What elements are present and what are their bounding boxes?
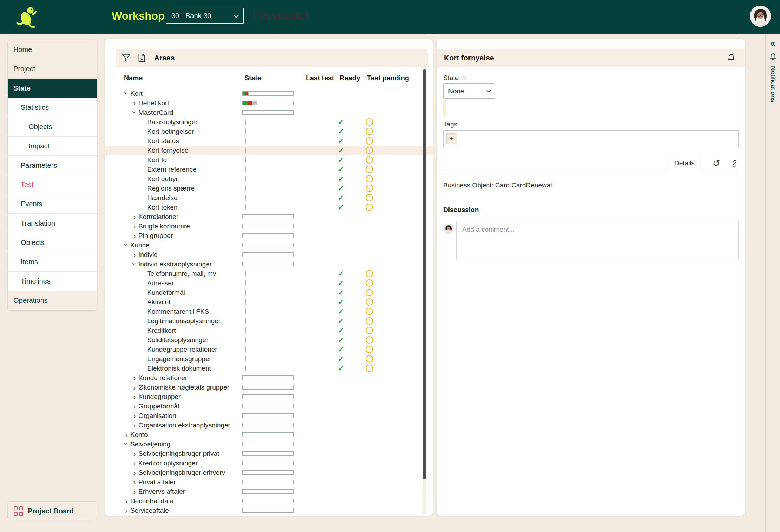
area-row-pin-grupper[interactable]: ›Pin grupper	[105, 231, 433, 240]
area-row-aktivitet[interactable]: Aktivitet✓!	[105, 297, 433, 307]
area-row-kundegruppe-relationer[interactable]: Kundegruppe-relationer✓!	[105, 345, 433, 354]
filter-icon[interactable]	[121, 53, 131, 63]
area-row-privat-aftaler[interactable]: ›Privat aftaler	[105, 477, 433, 487]
sidebar-item-events[interactable]: Events	[8, 194, 97, 214]
area-row-kort-token[interactable]: Kort token✓!	[105, 202, 433, 212]
area-row-mastercard[interactable]: ›MasterCard	[105, 108, 433, 117]
chevron-open-icon[interactable]: ›	[123, 89, 130, 97]
chevron-open-icon[interactable]: ›	[123, 440, 130, 448]
area-row-kortrelationer[interactable]: ›Kortrelationer	[105, 212, 433, 221]
chevron-closed-icon[interactable]: ›	[131, 232, 138, 239]
area-row-kunde-relationer[interactable]: ›Kunde relationer	[105, 373, 433, 383]
area-row-serviceaftale[interactable]: ›Serviceaftale	[105, 506, 433, 515]
area-row-organisation-ekstraoplysninger[interactable]: ›Organisation ekstraoplysninger	[105, 420, 433, 430]
sidebar-item-items[interactable]: Items	[8, 252, 97, 272]
area-row-brugte-kortnumre[interactable]: ›Brugte kortnumre	[105, 221, 433, 231]
area-row-legitimationsoplysninger[interactable]: Legitimationsoplysninger✓!	[105, 316, 433, 326]
state-selector[interactable]: None	[443, 83, 495, 99]
area-row-elektronisk-dokument[interactable]: Elektronisk dokument✓!	[105, 364, 433, 373]
area-row-kreditor-oplysninger[interactable]: ›Kreditor oplysninger	[105, 458, 433, 468]
area-row-decentral-data[interactable]: ›Decentral data	[105, 496, 433, 506]
sidebar-item-translation[interactable]: Translation	[8, 214, 97, 233]
area-row-individ[interactable]: ›Individ	[105, 250, 433, 259]
chevron-closed-icon[interactable]: ›	[123, 507, 130, 514]
export-report-icon[interactable]	[137, 53, 146, 63]
area-row-erhvervs-aftaler[interactable]: ›Erhvervs aftaler	[105, 487, 433, 496]
sidebar-item-operations[interactable]: Operations	[8, 291, 97, 310]
chevron-open-icon[interactable]: ›	[123, 241, 130, 249]
workspace-select[interactable]: 30 - Bank 30	[166, 8, 244, 24]
chevron-open-icon[interactable]: ›	[131, 108, 138, 116]
area-row-adresser[interactable]: Adresser✓!	[105, 278, 433, 288]
collapse-panel-icon[interactable]: «	[770, 39, 775, 48]
tags-input[interactable]: +	[443, 130, 739, 147]
chevron-closed-icon[interactable]: ›	[131, 412, 138, 419]
sidebar-item-objects[interactable]: Objects	[8, 233, 97, 252]
chevron-closed-icon[interactable]: ›	[131, 384, 138, 391]
subscribe-bell-icon[interactable]	[727, 53, 736, 62]
sidebar-item-objects[interactable]: Objects	[8, 117, 97, 137]
area-row-kort-id[interactable]: Kort Id✓!	[105, 155, 433, 165]
sidebar-item-state[interactable]: State	[8, 79, 97, 98]
scrollbar-thumb[interactable]	[423, 69, 426, 479]
chevron-closed-icon[interactable]: ›	[131, 469, 138, 476]
area-row-kort-gebyr[interactable]: Kort gebyr✓!	[105, 174, 433, 184]
area-row-selvbetjening[interactable]: ›Selvbetjening	[105, 439, 433, 449]
area-row-kort-betingelser[interactable]: Kort betingelser✓!	[105, 127, 433, 136]
chevron-closed-icon[interactable]: ›	[131, 421, 138, 429]
area-row-gruppeform-l[interactable]: ›Gruppeformål	[105, 401, 433, 411]
area-row-konomiske-n-gletals-grupper[interactable]: ›Økonomiske nøgletals grupper	[105, 383, 433, 392]
comment-input[interactable]: Add a comment...	[456, 221, 739, 260]
sidebar-item-home[interactable]: Home	[8, 40, 97, 59]
area-row-kort-status[interactable]: Kort status✓!	[105, 136, 433, 146]
chevron-closed-icon[interactable]: ›	[131, 478, 138, 486]
area-row-kommentarer-til-fks[interactable]: Kommentarer til FKS✓!	[105, 307, 433, 316]
area-row-selvbetjeningsbruger-privat[interactable]: ›Selvbetjeningsbruger privat	[105, 449, 433, 458]
area-row-kundeform-l[interactable]: Kundeformål✓!	[105, 288, 433, 297]
bell-icon[interactable]	[769, 53, 777, 61]
project-board-button[interactable]: Project Board	[7, 501, 97, 520]
workspace-selector[interactable]: 30 - Bank 30	[166, 8, 244, 24]
add-tag-button[interactable]: +	[446, 133, 457, 144]
sidebar-item-project[interactable]: Project	[8, 59, 97, 79]
chevron-closed-icon[interactable]: ›	[131, 213, 138, 220]
chevron-closed-icon[interactable]: ›	[131, 99, 138, 107]
history-icon[interactable]: ↺	[713, 159, 720, 171]
chevron-closed-icon[interactable]: ›	[131, 393, 138, 400]
area-row-selvbetjeningsbruger-erhverv[interactable]: ›Selvbetjeningsbruger erhverv	[105, 468, 433, 477]
sidebar-item-parameters[interactable]: Parameters	[8, 156, 97, 175]
user-avatar[interactable]	[750, 6, 771, 27]
chevron-closed-icon[interactable]: ›	[131, 403, 138, 410]
area-row-h-ndelse[interactable]: Hændelse✓!	[105, 193, 433, 202]
area-row-kort-fornyelse[interactable]: Kort fornyelse✓!	[105, 146, 433, 155]
chevron-closed-icon[interactable]: ›	[131, 450, 138, 457]
area-row-organisation[interactable]: ›Organisation	[105, 411, 433, 420]
area-row-basisoplysninger[interactable]: Basisoplysninger✓!	[105, 117, 433, 127]
sidebar-item-statistics[interactable]: Statistics	[8, 98, 97, 117]
sidebar-item-timelines[interactable]: Timelines	[8, 272, 97, 291]
area-row-regions-sp-rre[interactable]: Regions spærre✓!	[105, 184, 433, 193]
area-row-telefonnumre-mail-mv[interactable]: Telefonnumre, mail, mv✓!	[105, 269, 433, 278]
link-icon[interactable]	[730, 160, 739, 171]
chevron-closed-icon[interactable]: ›	[131, 251, 138, 258]
state-select[interactable]: None	[443, 83, 495, 99]
area-row-konto[interactable]: ›Konto	[105, 430, 433, 439]
area-row-soliditetsoplysninger[interactable]: Soliditetsoplysninger✓!	[105, 335, 433, 345]
chevron-closed-icon[interactable]: ›	[123, 431, 130, 438]
area-row-kundegrupper[interactable]: ›Kundegrupper	[105, 392, 433, 401]
area-row-extern-reference[interactable]: Extern reference✓!	[105, 165, 433, 174]
area-row-kort[interactable]: ›Kort	[105, 89, 433, 98]
sidebar-item-impact[interactable]: Impact	[8, 137, 97, 156]
area-row-kreditkort[interactable]: Kreditkort✓!	[105, 326, 433, 335]
sidebar-item-test[interactable]: Test	[8, 175, 97, 194]
chevron-open-icon[interactable]: ›	[131, 260, 138, 268]
chevron-closed-icon[interactable]: ›	[131, 488, 138, 495]
area-row-engagementsgrupper[interactable]: Engagementsgrupper✓!	[105, 354, 433, 364]
tab-details[interactable]: Details	[667, 155, 702, 171]
chevron-closed-icon[interactable]: ›	[123, 497, 130, 505]
area-row-debet-kort[interactable]: ›Debet kort	[105, 98, 433, 108]
chevron-closed-icon[interactable]: ›	[131, 459, 138, 467]
chevron-closed-icon[interactable]: ›	[131, 374, 138, 381]
area-row-kunde[interactable]: ›Kunde	[105, 240, 433, 250]
area-row-individ-ekstraoplysninger[interactable]: ›Individ ekstraoplysninger	[105, 259, 433, 269]
